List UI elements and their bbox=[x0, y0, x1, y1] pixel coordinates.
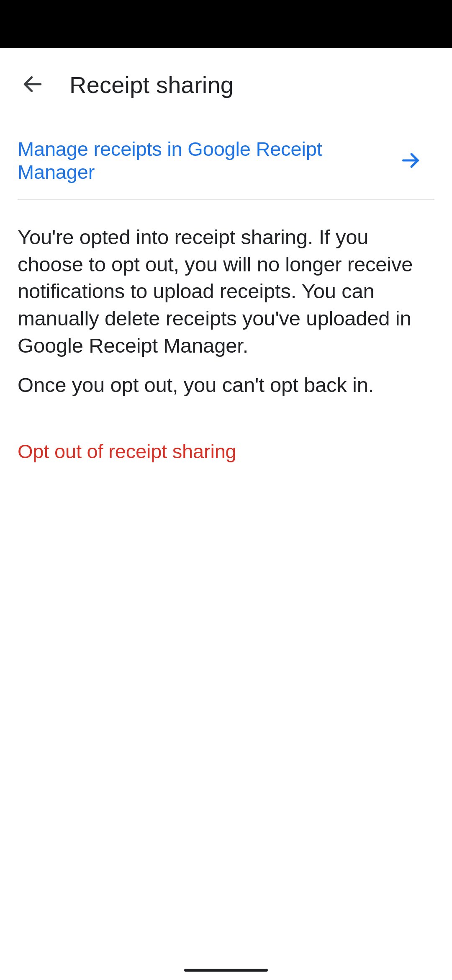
status-bar bbox=[0, 0, 452, 48]
content-area: Manage receipts in Google Receipt Manage… bbox=[0, 121, 452, 463]
opt-out-button[interactable]: Opt out of receipt sharing bbox=[18, 440, 236, 463]
arrow-right-icon bbox=[387, 150, 434, 171]
app-bar: Receipt sharing bbox=[0, 48, 452, 121]
page-title: Receipt sharing bbox=[69, 71, 234, 98]
manage-receipts-label: Manage receipts in Google Receipt Manage… bbox=[18, 137, 387, 183]
description-paragraph-1: You're opted into receipt sharing. If yo… bbox=[18, 224, 434, 359]
manage-receipts-link[interactable]: Manage receipts in Google Receipt Manage… bbox=[18, 121, 434, 200]
description-block: You're opted into receipt sharing. If yo… bbox=[18, 200, 434, 399]
description-paragraph-2: Once you opt out, you can't opt back in. bbox=[18, 371, 434, 399]
navigation-handle[interactable] bbox=[184, 969, 268, 972]
back-button[interactable] bbox=[18, 70, 48, 100]
arrow-left-icon bbox=[21, 72, 44, 97]
